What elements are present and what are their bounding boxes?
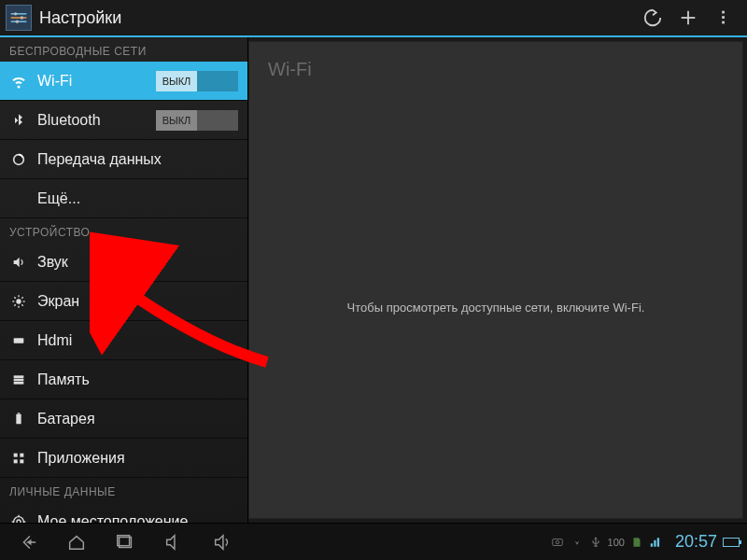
svg-line-19 — [21, 297, 22, 298]
sidebar-item-label: Звук — [37, 254, 238, 271]
sidebar-item-display[interactable]: Экран — [0, 282, 247, 321]
svg-rect-1 — [11, 17, 27, 19]
sidebar-item-label: Батарея — [37, 411, 238, 427]
sidebar-item-label: Bluetooth — [37, 112, 147, 129]
svg-rect-25 — [16, 413, 21, 424]
svg-line-17 — [14, 297, 15, 298]
svg-rect-21 — [14, 338, 24, 343]
settings-screen: Настройки БЕСПРОВОДНЫЕ СЕТИ Wi-Fi ВЫКЛ B… — [0, 0, 747, 560]
clock: 20:57 — [675, 532, 717, 552]
status-number: 100 — [608, 537, 625, 548]
svg-point-5 — [16, 21, 19, 23]
svg-rect-0 — [11, 13, 27, 15]
location-icon — [9, 514, 28, 524]
svg-rect-29 — [14, 459, 18, 463]
sidebar-item-bluetooth[interactable]: Bluetooth ВЫКЛ — [0, 101, 247, 140]
content-pane: Wi-Fi Чтобы просмотреть доступные сети, … — [248, 41, 743, 519]
svg-rect-23 — [14, 378, 24, 381]
refresh-button[interactable] — [635, 0, 670, 35]
status-tray[interactable]: 100 20:57 — [550, 532, 740, 552]
sidebar-item-label: Ещё... — [37, 190, 238, 207]
svg-rect-39 — [552, 539, 562, 545]
sidebar-item-wifi[interactable]: Wi-Fi ВЫКЛ — [0, 62, 247, 101]
settings-sidebar[interactable]: БЕСПРОВОДНЫЕ СЕТИ Wi-Fi ВЫКЛ Bluetooth В… — [0, 37, 248, 523]
display-icon — [9, 294, 28, 309]
sidebar-item-data-usage[interactable]: Передача данных — [0, 140, 247, 179]
svg-rect-22 — [14, 375, 24, 378]
svg-point-3 — [14, 12, 17, 15]
navigation-bar: 100 20:57 — [0, 523, 747, 560]
section-wireless-header: БЕСПРОВОДНЫЕ СЕТИ — [0, 37, 247, 62]
sound-icon — [9, 255, 28, 270]
sidebar-item-label: Экран — [37, 293, 238, 310]
sidebar-item-label: Память — [37, 371, 238, 388]
svg-point-4 — [21, 16, 23, 19]
volume-down-button[interactable] — [153, 527, 194, 557]
section-device-header: УСТРОЙСТВО — [0, 218, 247, 243]
action-bar: Настройки — [0, 0, 747, 37]
svg-point-12 — [16, 299, 21, 303]
volume-up-button[interactable] — [202, 527, 243, 557]
content-body: Чтобы просмотреть доступные сети, включи… — [249, 97, 742, 518]
svg-rect-26 — [18, 413, 21, 413]
sidebar-item-storage[interactable]: Память — [0, 360, 247, 399]
wifi-off-message: Чтобы просмотреть доступные сети, включи… — [347, 301, 645, 315]
sidebar-item-location[interactable]: Мое местоположение — [0, 502, 247, 523]
apps-icon — [9, 451, 28, 466]
sidebar-item-label: Hdmi — [37, 332, 238, 349]
sidebar-item-apps[interactable]: Приложения — [0, 439, 247, 478]
home-button[interactable] — [56, 527, 97, 557]
sidebar-item-battery[interactable]: Батарея — [0, 399, 247, 439]
wifi-icon — [9, 73, 28, 90]
sidebar-item-more[interactable]: Ещё... — [0, 179, 247, 218]
sidebar-item-hdmi[interactable]: Hdmi — [0, 321, 247, 360]
svg-rect-28 — [20, 453, 23, 456]
overflow-menu-button[interactable] — [706, 0, 741, 35]
section-personal-header: ЛИЧНЫЕ ДАННЫЕ — [0, 478, 247, 502]
storage-icon — [9, 372, 28, 387]
svg-rect-9 — [722, 16, 725, 19]
sidebar-item-sound[interactable]: Звук — [0, 243, 247, 282]
battery-icon — [9, 412, 28, 427]
sidebar-item-label: Передача данных — [37, 151, 238, 168]
app-title: Настройки — [39, 8, 635, 28]
svg-rect-8 — [722, 11, 725, 14]
battery-status-icon — [723, 538, 740, 547]
svg-point-40 — [556, 540, 559, 544]
usb-icon — [589, 536, 602, 549]
data-usage-icon — [9, 152, 28, 167]
svg-line-20 — [14, 304, 15, 305]
main-pane: БЕСПРОВОДНЫЕ СЕТИ Wi-Fi ВЫКЛ Bluetooth В… — [0, 37, 747, 523]
svg-rect-24 — [14, 382, 24, 385]
svg-rect-10 — [722, 21, 725, 24]
sidebar-item-label: Мое местоположение — [37, 513, 238, 524]
settings-app-icon — [6, 5, 32, 31]
recents-button[interactable] — [105, 527, 146, 557]
svg-rect-27 — [14, 453, 18, 456]
bluetooth-toggle[interactable]: ВЫКЛ — [156, 110, 238, 131]
sidebar-item-label: Приложения — [37, 450, 238, 467]
download-icon — [571, 536, 584, 549]
back-button[interactable] — [7, 527, 49, 557]
camera-icon — [550, 536, 565, 549]
wifi-toggle[interactable]: ВЫКЛ — [156, 71, 238, 91]
svg-rect-30 — [20, 459, 23, 463]
sd-card-icon — [630, 536, 643, 549]
bluetooth-icon — [9, 113, 28, 128]
sidebar-item-label: Wi-Fi — [37, 73, 147, 90]
content-title: Wi-Fi — [249, 42, 742, 97]
svg-line-18 — [21, 304, 22, 305]
hdmi-icon — [9, 333, 28, 348]
signal-icon — [649, 536, 662, 549]
add-button[interactable] — [670, 0, 706, 35]
